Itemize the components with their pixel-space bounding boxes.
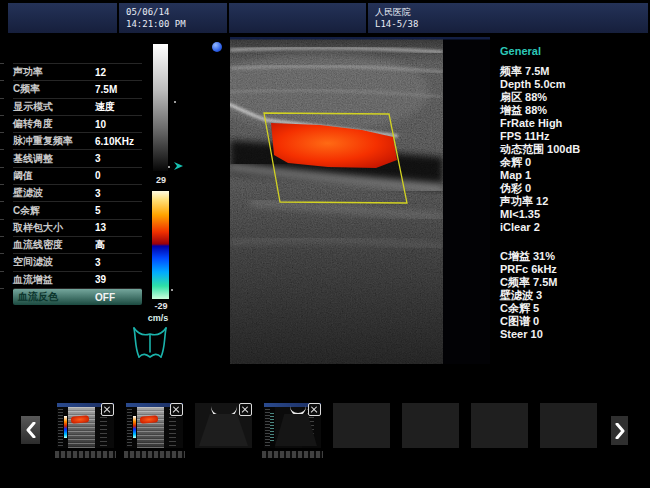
param-line: 扇区 88%	[500, 91, 648, 104]
thumbnail-spectral-strip	[264, 407, 275, 448]
time-text: 14:21:00 PM	[119, 18, 227, 30]
thumbnail-close-button[interactable]	[239, 403, 252, 416]
param-line: PRFc 6kHz	[500, 263, 648, 276]
parameter-value: 7.5M	[95, 84, 142, 95]
active-image-indicator	[212, 42, 222, 52]
parameter-row[interactable]: 脉冲重复频率 6.10KHz	[13, 132, 142, 149]
thumbnail-close-button[interactable]	[101, 403, 114, 416]
parameter-row[interactable]: 声功率 12	[13, 63, 142, 80]
parameter-row[interactable]: 血流增益 39	[13, 271, 142, 288]
next-thumbnails-button[interactable]	[611, 416, 628, 445]
parameter-row[interactable]: C余辉 5	[13, 201, 142, 218]
thumbnail-spectral-strip	[126, 407, 137, 448]
grayscale-bar	[153, 44, 168, 171]
parameter-row[interactable]: C频率 7.5M	[13, 80, 142, 97]
thumbnail-doppler-blob	[140, 415, 158, 423]
velocity-max-label: 29	[148, 175, 174, 185]
thumbnail[interactable]	[540, 403, 597, 448]
thumbnail-close-button[interactable]	[170, 403, 183, 416]
preset-title: General	[500, 45, 648, 58]
param-line: 频率 7.5M	[500, 65, 648, 78]
ultrasound-image[interactable]	[230, 37, 490, 364]
topbar-hospital: 人民医院 L14-5/38	[368, 3, 648, 33]
thumbnail-caption-strip	[55, 451, 116, 458]
parameter-label: 取样包大小	[13, 221, 95, 235]
param-line: 声功率 12	[500, 195, 648, 208]
parameter-value: 3	[95, 153, 142, 164]
parameter-value: 10	[95, 119, 142, 130]
thumbnail-sector-body	[199, 414, 248, 446]
parameter-row[interactable]: 血流线密度 高	[13, 236, 142, 253]
ultrasound-scan	[230, 37, 490, 364]
param-line: iClear 2	[500, 221, 648, 234]
parameter-label: 偏转角度	[13, 117, 95, 131]
param-line: Steer 10	[500, 328, 648, 341]
marker-dot	[174, 101, 176, 103]
param-line: FrRate High	[500, 117, 648, 130]
param-line: C增益 31%	[500, 250, 648, 263]
parameter-value: 6.10KHz	[95, 136, 142, 147]
parameter-value: 5	[95, 205, 142, 216]
parameter-value: 速度	[95, 100, 142, 114]
thumbnail-caption-strip	[124, 451, 185, 458]
param-line: C图谱 0	[500, 315, 648, 328]
parameter-value: 高	[95, 238, 142, 252]
thumbnail[interactable]	[402, 403, 459, 448]
parameter-value: 0	[95, 170, 142, 181]
param-line: Map 1	[500, 169, 648, 182]
thumbnail-bmode-area	[137, 407, 164, 448]
param-line: C频率 7.5M	[500, 276, 648, 289]
b-mode-params: 频率 7.5M Depth 5.0cm 扇区 88% 增益 88% FrRate…	[500, 65, 648, 234]
thumbnail-strip	[57, 403, 597, 448]
parameter-row[interactable]: 空间滤波 3	[13, 253, 142, 270]
parameter-row[interactable]: 取样包大小 13	[13, 219, 142, 236]
velocity-unit-label: cm/s	[145, 313, 171, 323]
thumbnail-doppler-blob	[71, 415, 89, 423]
hospital-name: 人民医院	[368, 6, 648, 18]
parameter-row[interactable]: 显示模式 速度	[13, 98, 142, 115]
parameter-label: C频率	[13, 82, 95, 96]
probe-model: L14-5/38	[368, 18, 648, 30]
thumbnail-close-button[interactable]	[308, 403, 321, 416]
parameter-row[interactable]: 偏转角度 10	[13, 115, 142, 132]
focus-marker-icon	[172, 161, 184, 171]
body-marker-icon[interactable]	[130, 324, 170, 362]
param-line: 余辉 0	[500, 156, 648, 169]
parameter-label: 阈值	[13, 169, 95, 183]
parameter-label: 血流反色	[13, 290, 95, 304]
parameter-label: 脉冲重复频率	[13, 134, 95, 148]
parameter-row[interactable]: 壁滤波 3	[13, 184, 142, 201]
chevron-right-icon	[615, 423, 625, 439]
topbar-patient-area	[229, 3, 366, 33]
thumbnail[interactable]	[126, 403, 183, 448]
parameter-label: 空间滤波	[13, 255, 95, 269]
parameter-label: C余辉	[13, 204, 95, 218]
parameter-label: 声功率	[13, 65, 95, 79]
parameter-value: 39	[95, 274, 142, 285]
parameter-panel: 声功率 12 C频率 7.5M 显示模式 速度 偏转角度 10 脉冲重复频率 6…	[13, 63, 142, 305]
param-line: MI<1.35	[500, 208, 648, 221]
thumbnail[interactable]	[195, 403, 252, 448]
prev-thumbnails-button[interactable]	[21, 416, 40, 444]
parameter-value: 3	[95, 257, 142, 268]
parameter-row[interactable]: 阈值 0	[13, 167, 142, 184]
thumbnail[interactable]	[264, 403, 321, 448]
topbar-logo-area	[8, 3, 117, 33]
thumbnail-caption-strip	[262, 451, 323, 458]
color-doppler-bar	[152, 191, 169, 299]
param-line: FPS 11Hz	[500, 130, 648, 143]
parameter-label: 显示模式	[13, 100, 95, 114]
parameter-label: 血流增益	[13, 273, 95, 287]
parameter-value: 12	[95, 67, 142, 78]
topbar-datetime: 05/06/14 14:21:00 PM	[119, 3, 227, 33]
parameter-value: OFF	[95, 292, 142, 303]
speckle-texture	[230, 37, 443, 364]
parameter-row[interactable]: 基线调整 3	[13, 149, 142, 166]
c-mode-params: C增益 31% PRFc 6kHz C频率 7.5M 壁滤波 3 C余辉 5 C…	[500, 250, 648, 341]
thumbnail[interactable]	[471, 403, 528, 448]
velocity-min-label: -29	[148, 301, 174, 311]
parameter-label: 血流线密度	[13, 238, 95, 252]
parameter-row[interactable]: 血流反色 OFF	[13, 288, 142, 305]
thumbnail[interactable]	[333, 403, 390, 448]
thumbnail[interactable]	[57, 403, 114, 448]
